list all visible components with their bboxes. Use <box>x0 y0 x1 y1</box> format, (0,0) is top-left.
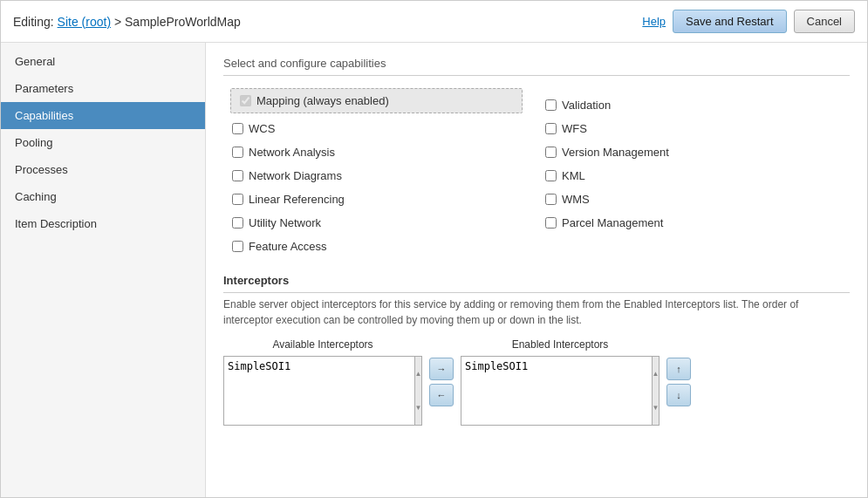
available-interceptors-listbox[interactable]: SimpleSOI1 <box>223 356 415 426</box>
transfer-buttons <box>429 338 454 406</box>
enabled-interceptors-container: Enabled Interceptors SimpleSOI1 ▲ ▼ <box>461 338 660 426</box>
sidebar: General Parameters Capabilities Pooling … <box>1 43 206 497</box>
capability-wms-label: WMS <box>562 193 590 206</box>
capability-linear-referencing-checkbox[interactable] <box>232 194 243 205</box>
capability-wfs-label: WFS <box>562 122 587 135</box>
header-breadcrumb: Editing: Site (root) > SampleProWorldMap <box>13 15 241 29</box>
arrow-up-icon <box>676 364 681 374</box>
capability-mapping: Mapping (always enabled) <box>230 88 523 113</box>
save-restart-button[interactable]: Save and Restart <box>673 10 786 33</box>
main-layout: General Parameters Capabilities Pooling … <box>1 43 867 497</box>
capability-linear-referencing-label: Linear Referencing <box>249 193 345 206</box>
header: Editing: Site (root) > SampleProWorldMap… <box>1 1 867 43</box>
capability-wcs: WCS <box>223 117 537 140</box>
capability-mapping-checkbox[interactable] <box>240 95 251 106</box>
page-wrapper: Editing: Site (root) > SampleProWorldMap… <box>0 0 868 498</box>
capability-mapping-label: Mapping (always enabled) <box>256 94 389 107</box>
interceptors-layout: Available Interceptors SimpleSOI1 ▲ ▼ <box>223 338 850 426</box>
capability-wcs-label: WCS <box>249 122 275 135</box>
capability-parcel-management-label: Parcel Management <box>562 216 663 229</box>
capability-network-analysis-checkbox[interactable] <box>232 147 243 158</box>
help-link[interactable]: Help <box>642 15 666 28</box>
move-up-button[interactable] <box>666 358 691 380</box>
capability-version-management-label: Version Management <box>562 146 669 159</box>
arrow-down-icon <box>676 390 681 400</box>
capability-linear-referencing: Linear Referencing <box>223 188 537 211</box>
sidebar-item-pooling[interactable]: Pooling <box>1 129 205 156</box>
content-area: Select and configure capabilities Mappin… <box>206 43 867 497</box>
capability-version-management-checkbox[interactable] <box>545 147 557 158</box>
capability-network-diagrams-checkbox[interactable] <box>232 170 243 181</box>
capability-wcs-checkbox[interactable] <box>232 123 243 134</box>
sidebar-item-processes[interactable]: Processes <box>1 156 205 183</box>
arrow-left-icon <box>437 390 447 400</box>
enabled-interceptors-label: Enabled Interceptors <box>512 338 609 351</box>
header-actions: Help Save and Restart Cancel <box>642 10 855 33</box>
capabilities-section-title: Select and configure capabilities <box>223 57 850 76</box>
enabled-interceptors-listbox[interactable]: SimpleSOI1 <box>461 356 653 426</box>
sidebar-item-caching[interactable]: Caching <box>1 183 205 210</box>
sidebar-item-parameters[interactable]: Parameters <box>1 75 205 102</box>
editing-label: Editing: <box>13 15 54 29</box>
capability-utility-network: Utility Network <box>223 211 537 235</box>
capability-wfs: WFS <box>537 117 850 140</box>
capability-parcel-management-checkbox[interactable] <box>545 217 557 229</box>
add-interceptor-button[interactable] <box>429 358 454 380</box>
capability-network-diagrams: Network Diagrams <box>223 164 537 188</box>
capability-wms-checkbox[interactable] <box>545 194 557 205</box>
sidebar-item-item-description[interactable]: Item Description <box>1 210 205 237</box>
capability-validation-checkbox[interactable] <box>545 99 557 111</box>
capability-wms: WMS <box>537 188 850 211</box>
capability-kml: KML <box>537 164 850 188</box>
site-root-link[interactable]: Site (root) <box>58 15 111 29</box>
sidebar-item-capabilities[interactable]: Capabilities <box>1 102 205 129</box>
arrow-right-icon <box>437 364 447 374</box>
capability-feature-access-checkbox[interactable] <box>232 241 243 252</box>
interceptors-description: Enable server object interceptors for th… <box>223 297 850 328</box>
capability-network-analysis-label: Network Analysis <box>249 146 335 159</box>
capability-feature-access: Feature Access <box>223 235 537 258</box>
capability-network-analysis: Network Analysis <box>223 140 537 164</box>
interceptors-title: Interceptors <box>223 274 850 293</box>
breadcrumb-separator: > <box>114 15 125 29</box>
interceptors-section: Interceptors Enable server object interc… <box>223 274 850 426</box>
map-name: SampleProWorldMap <box>125 15 241 29</box>
available-interceptors-label: Available Interceptors <box>272 338 372 351</box>
sidebar-item-general[interactable]: General <box>1 48 205 75</box>
capability-kml-label: KML <box>562 169 585 182</box>
remove-interceptor-button[interactable] <box>429 384 454 406</box>
reorder-buttons <box>666 338 691 406</box>
capability-utility-network-label: Utility Network <box>249 216 321 229</box>
capability-utility-network-checkbox[interactable] <box>232 217 243 229</box>
move-down-button[interactable] <box>666 384 691 406</box>
cancel-button[interactable]: Cancel <box>794 10 855 33</box>
capability-version-management: Version Management <box>537 140 850 164</box>
capability-validation-label: Validation <box>562 99 611 112</box>
capability-network-diagrams-label: Network Diagrams <box>249 169 342 182</box>
capability-feature-access-label: Feature Access <box>249 240 327 253</box>
capability-parcel-management: Parcel Management <box>537 211 850 235</box>
capability-wfs-checkbox[interactable] <box>545 123 557 134</box>
available-interceptors-container: Available Interceptors SimpleSOI1 ▲ ▼ <box>223 338 422 426</box>
capability-kml-checkbox[interactable] <box>545 170 557 181</box>
capability-validation: Validation <box>537 93 850 117</box>
